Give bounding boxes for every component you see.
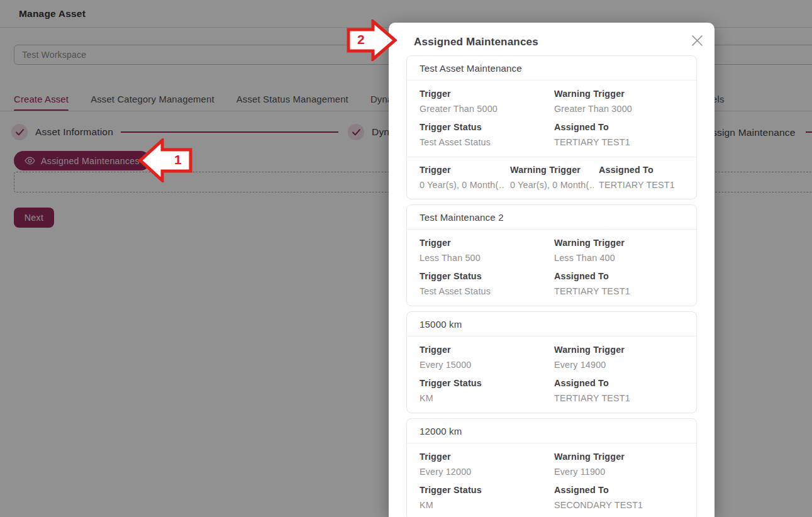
maintenance-field: TriggerGreater Than 5000 (420, 89, 554, 114)
field-value: Less Than 500 (420, 253, 549, 263)
field-value: KM (420, 393, 549, 403)
maintenance-field: TriggerEvery 12000 (420, 452, 554, 477)
field-label: Assigned To (554, 271, 679, 281)
maintenance-card: 12000 kmTriggerEvery 12000Warning Trigge… (406, 418, 697, 517)
maintenance-field: Warning TriggerLess Than 400 (554, 238, 684, 263)
annotation-number-2: 2 (354, 32, 368, 47)
field-label: Warning Trigger (510, 165, 594, 175)
field-label: Assigned To (554, 122, 679, 132)
annotation-number-1: 1 (171, 152, 185, 167)
maintenance-field: Trigger StatusKM (420, 485, 554, 510)
maintenance-detail-section: TriggerGreater Than 5000Warning TriggerG… (407, 81, 696, 157)
field-label: Trigger (420, 89, 549, 99)
maintenance-field: Assigned ToTERTIARY TEST1 (554, 378, 684, 403)
maintenance-field: Assigned ToTERTIARY TEST1 (599, 165, 684, 190)
maintenance-field: Assigned ToTERTIARY TEST1 (554, 271, 684, 296)
field-value: TERTIARY TEST1 (599, 180, 679, 190)
field-value: KM (420, 500, 549, 510)
field-value: Less Than 400 (554, 253, 679, 263)
maintenance-card: Test Maintenance 2TriggerLess Than 500Wa… (406, 204, 697, 306)
maintenance-field: TriggerEvery 15000 (420, 345, 554, 370)
field-value: TERTIARY TEST1 (554, 137, 679, 147)
field-value: Test Asset Status (420, 137, 549, 147)
maintenance-detail-section: TriggerEvery 12000Warning TriggerEvery 1… (407, 443, 696, 517)
maintenance-field: Trigger StatusTest Asset Status (420, 271, 554, 296)
field-label: Warning Trigger (554, 89, 679, 99)
field-value: Every 14900 (554, 360, 679, 370)
maintenance-field: Warning TriggerEvery 14900 (554, 345, 684, 370)
maintenance-field: Trigger StatusTest Asset Status (420, 122, 554, 147)
field-value: Greater Than 3000 (554, 104, 679, 114)
field-label: Assigned To (554, 378, 679, 388)
field-value: Every 12000 (420, 467, 549, 477)
field-label: Warning Trigger (554, 452, 679, 462)
field-value: Greater Than 5000 (420, 104, 549, 114)
maintenance-card: 15000 kmTriggerEvery 15000Warning Trigge… (406, 311, 697, 413)
field-label: Trigger (420, 345, 549, 355)
field-label: Trigger Status (420, 485, 549, 495)
maintenance-field: Assigned ToSECONDARY TEST1 (554, 485, 684, 510)
field-value: Every 11900 (554, 467, 679, 477)
field-value: 0 Year(s), 0 Month(… (420, 180, 505, 190)
field-label: Trigger Status (420, 271, 549, 281)
field-label: Trigger Status (420, 378, 549, 388)
maintenance-field: Trigger0 Year(s), 0 Month(… (420, 165, 510, 190)
maintenance-field: Warning TriggerEvery 11900 (554, 452, 684, 477)
maintenance-field: Assigned ToTERTIARY TEST1 (554, 122, 684, 147)
maintenance-field: Warning TriggerGreater Than 3000 (554, 89, 684, 114)
maintenance-card-list: Test Asset MaintenanceTriggerGreater Tha… (406, 55, 697, 517)
field-label: Trigger (420, 238, 549, 248)
field-value: 0 Year(s), 0 Month(… (510, 180, 594, 190)
field-value: SECONDARY TEST1 (554, 500, 679, 510)
field-value: Every 15000 (420, 360, 549, 370)
maintenance-card-title: Test Asset Maintenance (407, 56, 696, 81)
field-label: Trigger Status (420, 122, 549, 132)
maintenance-card-title: 15000 km (407, 312, 696, 336)
field-label: Assigned To (599, 165, 679, 175)
field-label: Trigger (420, 165, 505, 175)
maintenance-detail-section: TriggerEvery 15000Warning TriggerEvery 1… (407, 336, 696, 413)
maintenance-field: Trigger StatusKM (420, 378, 554, 403)
field-label: Assigned To (554, 485, 679, 495)
maintenance-card-title: Test Maintenance 2 (407, 205, 696, 230)
maintenance-detail-section: TriggerLess Than 500Warning TriggerLess … (407, 230, 696, 306)
maintenance-card: Test Asset MaintenanceTriggerGreater Tha… (406, 55, 697, 199)
field-value: TERTIARY TEST1 (554, 286, 679, 296)
field-label: Warning Trigger (554, 238, 679, 248)
close-icon[interactable] (689, 33, 704, 48)
maintenance-field: TriggerLess Than 500 (420, 238, 554, 263)
maintenance-detail-section: Trigger0 Year(s), 0 Month(…Warning Trigg… (407, 157, 696, 199)
maintenance-field: Warning Trigger0 Year(s), 0 Month(… (510, 165, 599, 190)
modal-title: Assigned Maintenances (414, 36, 538, 48)
field-label: Warning Trigger (554, 345, 679, 355)
field-value: Test Asset Status (420, 286, 549, 296)
maintenance-card-title: 12000 km (407, 419, 696, 443)
assigned-maintenances-modal: Assigned Maintenances Test Asset Mainten… (389, 23, 715, 517)
field-value: TERTIARY TEST1 (554, 393, 679, 403)
field-label: Trigger (420, 452, 549, 462)
